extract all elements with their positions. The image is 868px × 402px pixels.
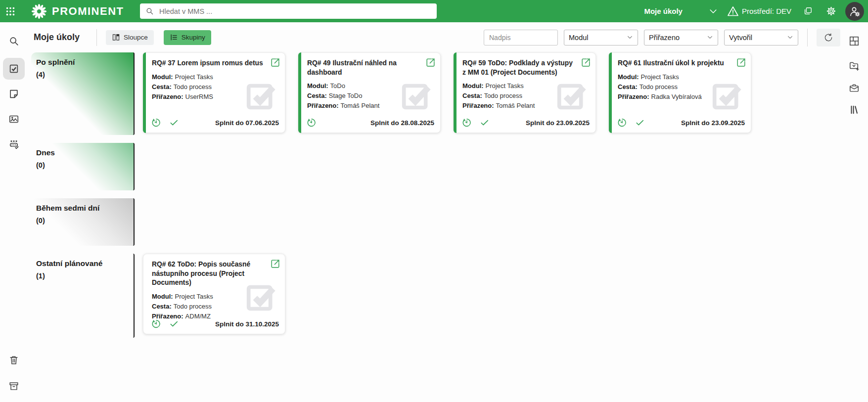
complete-check-icon[interactable]	[480, 118, 490, 128]
task-card[interactable]: RQ# 59 ToDo: Podklady a výstupy z MM 01 …	[454, 52, 596, 133]
path-value: Stage ToDo	[329, 92, 363, 99]
group-count: (1)	[36, 272, 134, 280]
gear-icon[interactable]	[826, 6, 836, 16]
history-icon[interactable]	[151, 117, 162, 128]
logo-pinwheel-icon	[31, 3, 47, 20]
group-header[interactable]: Dnes (0)	[31, 143, 135, 190]
complete-check-icon[interactable]	[635, 118, 645, 128]
environment-label: Prostředí: DEV	[742, 7, 791, 15]
filter-assigned-select[interactable]: Přiřazeno	[644, 30, 718, 45]
group-row-dnes: Dnes (0)	[31, 143, 839, 190]
group-cards	[135, 143, 143, 190]
group-title: Po splnění	[36, 58, 134, 67]
app-window: PROMINENT Moje úkoly Prostředí: DEV Moje…	[0, 0, 868, 402]
filter-created-value: Vytvořil	[729, 34, 752, 42]
assigned-value: Radka Vybíralová	[651, 93, 702, 100]
top-bar: PROMINENT Moje úkoly Prostředí: DEV	[0, 0, 868, 22]
group-cards: RQ# 37 Lorem ipsum romus detus Modul:Pro…	[135, 52, 751, 135]
left-rail	[0, 22, 28, 402]
status-accent-bar	[454, 52, 457, 133]
page-title: Moje úkoly	[34, 32, 80, 43]
task-card[interactable]: RQ# 37 Lorem ipsum romus detus Modul:Pro…	[143, 52, 285, 133]
filter-created-select[interactable]: Vytvořil	[724, 30, 798, 45]
task-footer: Splnit do 28.08.2025	[306, 117, 434, 128]
group-header[interactable]: Ostatní plánované (1)	[31, 254, 135, 338]
filter-title-input[interactable]	[484, 30, 558, 45]
toolbar-divider	[96, 29, 97, 46]
module-label: Modul:	[152, 73, 173, 81]
assigned-value: Tomáš Pelant	[496, 102, 535, 109]
columns-button[interactable]: Sloupce	[106, 30, 154, 45]
path-label: Cesta:	[152, 303, 172, 310]
history-icon[interactable]	[461, 117, 472, 128]
task-footer: Splnit do 23.09.2025	[461, 117, 590, 128]
task-card[interactable]: RQ# 62 ToDo: Popis současné nástupního p…	[143, 254, 285, 334]
image-icon[interactable]	[8, 114, 19, 125]
module-label: Modul:	[307, 82, 328, 89]
chevron-down-icon[interactable]	[708, 6, 718, 16]
history-icon[interactable]	[151, 318, 162, 329]
assigned-label: Přiřazeno:	[618, 93, 649, 100]
search-icon[interactable]	[8, 36, 19, 46]
batch-approve-icon[interactable]	[8, 139, 19, 150]
task-title: RQ# 61 Ilustrační úkol k projektu	[618, 59, 744, 68]
window-icon[interactable]	[803, 6, 813, 16]
folder-add-icon[interactable]	[849, 60, 860, 71]
path-label: Cesta:	[462, 92, 482, 99]
trash-icon[interactable]	[8, 355, 19, 365]
tasks-checkbox-icon[interactable]	[8, 63, 19, 74]
columns-icon	[112, 33, 120, 42]
complete-check-icon[interactable]	[169, 319, 179, 329]
logo[interactable]: PROMINENT	[31, 3, 124, 20]
open-external-icon[interactable]	[580, 56, 592, 69]
note-icon[interactable]	[8, 89, 19, 99]
group-title: Dnes	[36, 148, 134, 157]
group-row-po-splneni: Po splnění (4) RQ# 37 Lorem ipsum romus …	[31, 52, 839, 135]
complete-check-icon[interactable]	[169, 118, 179, 128]
groups-button[interactable]: Skupiny	[164, 30, 211, 45]
briefcase-icon[interactable]	[849, 83, 860, 93]
group-title: Během sedmi dní	[36, 204, 134, 213]
assigned-label: Přiřazeno:	[152, 93, 183, 100]
refresh-button[interactable]	[817, 29, 840, 46]
open-external-icon[interactable]	[269, 56, 281, 69]
task-card[interactable]: RQ# 61 Ilustrační úkol k projektu Modul:…	[609, 52, 751, 133]
task-meta: Modul:Project Tasks Cesta:Todo process P…	[152, 74, 278, 100]
app-launcher-icon[interactable]	[5, 6, 16, 17]
path-label: Cesta:	[618, 83, 638, 90]
task-meta: Modul:Project Tasks Cesta:Todo process P…	[462, 83, 589, 109]
module-label: Modul:	[462, 82, 484, 89]
group-cards	[135, 198, 143, 246]
open-external-icon[interactable]	[269, 258, 281, 270]
assigned-value: Tomáš Pelant	[341, 102, 380, 109]
task-title: RQ# 37 Lorem ipsum romus detus	[152, 59, 278, 68]
group-header[interactable]: Během sedmi dní (0)	[31, 198, 135, 246]
path-value: Todo process	[484, 92, 522, 99]
history-icon[interactable]	[617, 117, 628, 128]
filter-module-select[interactable]: Modul	[564, 30, 638, 45]
group-header[interactable]: Po splnění (4)	[31, 52, 135, 135]
filter-module-value: Modul	[569, 34, 589, 42]
task-meta: Modul:Project Tasks Cesta:Todo process P…	[152, 293, 278, 319]
module-label: Modul:	[152, 293, 173, 300]
archive-icon[interactable]	[8, 381, 19, 392]
logo-text: PROMINENT	[52, 5, 124, 18]
open-external-icon[interactable]	[424, 56, 437, 69]
dashboard-layout-icon[interactable]	[849, 36, 860, 46]
user-settings-avatar[interactable]	[845, 2, 864, 21]
group-title: Ostatní plánované	[36, 259, 134, 268]
global-search-input[interactable]	[158, 7, 431, 16]
due-date: Splnit do 28.08.2025	[370, 119, 434, 127]
open-external-icon[interactable]	[735, 56, 747, 69]
global-search[interactable]	[140, 3, 437, 19]
history-icon[interactable]	[306, 117, 317, 128]
library-icon[interactable]	[849, 104, 860, 115]
status-accent-bar	[609, 52, 612, 133]
user-settings-avatar-icon	[849, 5, 861, 17]
task-card[interactable]: RQ# 49 Ilustrační náhled na dashboard Mo…	[298, 52, 441, 133]
due-date: Splnit do 07.06.2025	[215, 119, 279, 127]
group-row-behem-sedmi-dni: Během sedmi dní (0)	[31, 198, 839, 246]
filter-divider	[807, 29, 808, 46]
task-meta: Modul:Project Tasks Cesta:Todo process P…	[618, 74, 744, 100]
toolbar: Moje úkoly Sloupce Skupiny Modul Přiřaze…	[28, 22, 840, 52]
